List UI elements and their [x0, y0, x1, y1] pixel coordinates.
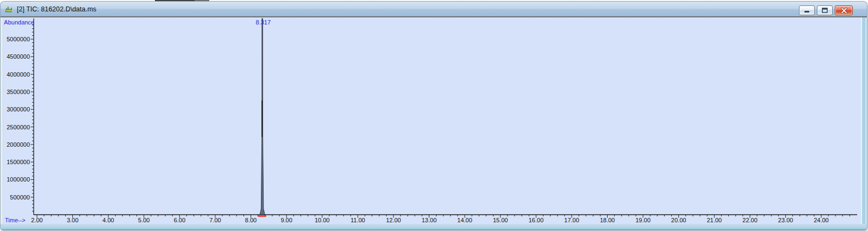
chromatogram-peaks-icon	[5, 5, 14, 14]
x-tick-label: 23.00	[778, 217, 794, 223]
maximize-button[interactable]	[817, 5, 833, 15]
peak-rt-label: 8.317	[256, 19, 271, 26]
y-tick-label: 2500000	[7, 124, 30, 130]
abundance-axis-title: Abundance	[4, 19, 34, 26]
close-icon	[841, 8, 847, 14]
minimize-icon	[804, 8, 810, 13]
tic-chromatogram-window: [2] TIC: 816202.D\data.ms	[1, 2, 867, 230]
y-tick-label: 1000000	[7, 176, 30, 183]
maximize-icon	[822, 8, 828, 13]
window-content: 2.003.004.005.006.007.008.009.0010.0011.…	[1, 17, 867, 224]
x-tick-label: 22.00	[742, 217, 758, 223]
x-tick-label: 14.00	[457, 217, 472, 223]
x-tick-label: 20.00	[671, 217, 686, 223]
chromatogram-plot-area[interactable]: 2.003.004.005.006.007.008.009.0010.0011.…	[4, 17, 861, 224]
y-tick-label: 2000000	[7, 141, 30, 148]
window-title: [2] TIC: 816202.D\data.ms	[17, 5, 96, 13]
minimize-button[interactable]	[799, 5, 815, 15]
y-tick-label: 3500000	[7, 89, 30, 95]
x-tick-label: 6.00	[174, 217, 185, 223]
window-controls	[799, 5, 853, 15]
x-tick-label: 15.00	[493, 217, 508, 223]
x-tick-label: 19.00	[635, 217, 651, 223]
close-button[interactable]	[835, 5, 853, 15]
x-tick-label: 11.00	[351, 217, 365, 223]
y-tick-label: 500000	[10, 194, 30, 201]
integration-mark	[258, 215, 266, 216]
tic-peak-core	[261, 101, 262, 137]
x-tick-label: 13.00	[422, 217, 437, 223]
y-tick-label: 5000000	[7, 36, 30, 42]
y-tick-label: 4000000	[7, 71, 30, 78]
x-tick-label: 18.00	[600, 217, 615, 223]
x-tick-label: 10.00	[315, 217, 330, 223]
app-icon	[5, 5, 14, 14]
x-tick-label: 7.00	[209, 217, 221, 223]
x-tick-label: 3.00	[67, 217, 78, 223]
x-tick-label: 24.00	[814, 217, 829, 223]
x-tick-label: 17.00	[564, 217, 579, 223]
x-tick-label: 12.00	[386, 217, 401, 223]
x-tick-label: 8.00	[245, 217, 257, 223]
tic-chromatogram-chart[interactable]: 2.003.004.005.006.007.008.009.0010.0011.…	[4, 17, 861, 224]
x-tick-label: 2.00	[31, 217, 42, 223]
y-tick-label: 4500000	[7, 53, 30, 60]
title-bar[interactable]: [2] TIC: 816202.D\data.ms	[1, 2, 867, 16]
x-tick-label: 9.00	[280, 217, 292, 223]
x-tick-label: 4.00	[102, 217, 114, 223]
window-frame-right	[861, 17, 867, 224]
x-tick-label: 21.00	[707, 217, 722, 223]
y-tick-label: 1500000	[7, 159, 30, 165]
time-axis-title: Time-->	[5, 217, 26, 223]
x-tick-label: 16.00	[528, 217, 544, 223]
x-tick-label: 5.00	[138, 217, 149, 223]
window-frame-bottom	[1, 224, 867, 230]
y-tick-label: 3000000	[7, 106, 30, 113]
